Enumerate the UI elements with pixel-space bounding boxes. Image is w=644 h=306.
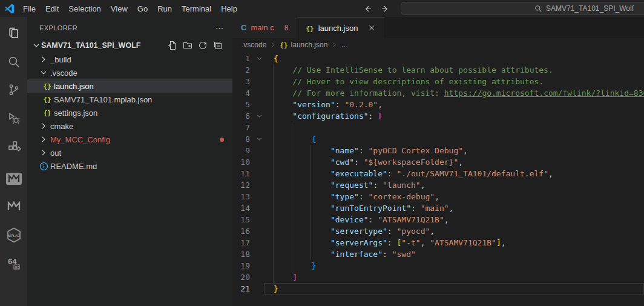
tree-item-SAMV71_TA101.mplab.json[interactable]: {}SAMV71_TA101.mplab.json bbox=[27, 93, 232, 106]
tree-item-launch.json[interactable]: {}launch.json bbox=[27, 79, 232, 93]
activity-mplab-icon[interactable]: MPLAB bbox=[0, 225, 27, 245]
code-line-14[interactable]: 14 "runToEntryPoint": "main", bbox=[232, 202, 644, 214]
activity-bar: MPLAB64GS bbox=[0, 17, 27, 306]
fold-gutter bbox=[250, 214, 274, 225]
code-line-9[interactable]: 9 "name": "pyOCD Cortex Debug", bbox=[232, 145, 644, 156]
chevron-right-icon bbox=[39, 148, 48, 158]
close-icon[interactable] bbox=[367, 24, 376, 32]
workspace-root-row[interactable]: SAMV71_TA101_SPI_WOLF bbox=[27, 39, 232, 52]
code-line-1[interactable]: 1{ bbox=[232, 53, 644, 64]
code-editor[interactable]: 1{2 // Use IntelliSense to learn about p… bbox=[232, 52, 644, 294]
svg-text:MPLAB: MPLAB bbox=[8, 234, 19, 238]
tree-item-out[interactable]: out bbox=[27, 146, 232, 159]
tree-item-label: settings.json bbox=[54, 108, 97, 118]
fold-gutter bbox=[250, 283, 274, 294]
tree-item-settings.json[interactable]: {}settings.json bbox=[27, 106, 232, 119]
tree-item-.vscode[interactable]: .vscode bbox=[27, 66, 232, 79]
code-text: ] bbox=[274, 271, 644, 283]
json-file-icon: {} bbox=[280, 41, 288, 49]
tree-item-_build[interactable]: _build bbox=[27, 53, 232, 66]
menu-terminal[interactable]: Terminal bbox=[177, 0, 216, 17]
code-line-18[interactable]: 18 "interface": "swd" bbox=[232, 248, 644, 260]
code-text: { bbox=[274, 53, 644, 64]
menu-file[interactable]: File bbox=[18, 0, 41, 17]
tab-launch.json[interactable]: {}launch.json bbox=[297, 17, 385, 38]
activity-files-icon[interactable] bbox=[0, 23, 27, 44]
line-number: 14 bbox=[232, 202, 250, 214]
code-line-3[interactable]: 3 // Hover to view descriptions of exist… bbox=[232, 76, 644, 87]
line-number: 6 bbox=[232, 110, 250, 122]
code-line-11[interactable]: 11 "executable": "./out/SAMV71_TA101/def… bbox=[232, 168, 644, 179]
code-line-8[interactable]: 8 { bbox=[232, 133, 644, 145]
breadcrumb-segment[interactable]: … bbox=[341, 41, 348, 49]
fold-chevron-icon[interactable] bbox=[250, 133, 274, 145]
code-text: "configurations": [ bbox=[274, 110, 644, 122]
tab-main.c[interactable]: Cmain.c8 bbox=[232, 17, 297, 38]
tree-item-label: README.md bbox=[50, 162, 97, 171]
tree-item-My_MCC_Config[interactable]: My_MCC_Config bbox=[27, 133, 232, 146]
tree-item-label: cmake bbox=[50, 122, 73, 131]
activity-search-icon[interactable] bbox=[0, 52, 27, 72]
activity-extensions-icon[interactable] bbox=[0, 136, 27, 157]
activity-run-debug-icon[interactable] bbox=[0, 108, 27, 128]
code-line-4[interactable]: 4 // For more information, visit: https:… bbox=[232, 87, 644, 99]
code-line-19[interactable]: 19 } bbox=[232, 260, 644, 271]
activity-microchip-icon[interactable] bbox=[0, 196, 27, 217]
collapse-all-icon[interactable] bbox=[213, 41, 223, 50]
titlebar: FileEditSelectionViewGoRunTerminalHelp S… bbox=[0, 0, 644, 17]
code-line-16[interactable]: 16 "servertype": "pyocd", bbox=[232, 225, 644, 237]
menu-run[interactable]: Run bbox=[153, 0, 177, 17]
menu-help[interactable]: Help bbox=[216, 0, 242, 17]
activity-source-control-icon[interactable] bbox=[0, 79, 27, 100]
code-line-7[interactable]: 7 bbox=[232, 122, 644, 133]
json-file-icon: {} bbox=[306, 24, 314, 33]
menu-go[interactable]: Go bbox=[133, 0, 153, 17]
code-line-12[interactable]: 12 "request": "launch", bbox=[232, 179, 644, 191]
fold-gutter bbox=[250, 191, 274, 202]
code-text: "serverArgs": ["-t", "ATSAMV71Q21B"], bbox=[274, 237, 644, 248]
command-center-search[interactable]: SAMV71_TA101_SPI_Wolf bbox=[401, 2, 644, 15]
code-text bbox=[274, 122, 644, 133]
fold-chevron-icon[interactable] bbox=[250, 53, 274, 64]
fold-gutter bbox=[250, 64, 274, 76]
breadcrumb-segment[interactable]: launch.json bbox=[291, 41, 328, 49]
code-line-17[interactable]: 17 "serverArgs": ["-t", "ATSAMV71Q21B"], bbox=[232, 237, 644, 248]
tree-item-label: SAMV71_TA101.mplab.json bbox=[54, 95, 152, 104]
tree-item-cmake[interactable]: cmake bbox=[27, 119, 232, 133]
code-line-21[interactable]: 21} bbox=[232, 283, 644, 294]
more-actions-icon[interactable]: ⋯ bbox=[215, 24, 224, 33]
code-text: "version": "0.2.0", bbox=[274, 99, 644, 110]
forward-arrow-icon[interactable] bbox=[381, 4, 390, 13]
chevron-down-icon bbox=[31, 41, 41, 50]
indent-guide bbox=[310, 145, 311, 260]
fold-gutter bbox=[250, 179, 274, 191]
json-file-icon: {} bbox=[42, 95, 52, 104]
fold-chevron-icon[interactable] bbox=[250, 110, 274, 122]
menu-view[interactable]: View bbox=[106, 0, 133, 17]
code-line-2[interactable]: 2 // Use IntelliSense to learn about pos… bbox=[232, 64, 644, 76]
code-line-20[interactable]: 20 ] bbox=[232, 271, 644, 283]
menubar: FileEditSelectionViewGoRunTerminalHelp bbox=[18, 0, 242, 17]
code-line-15[interactable]: 15 "device": "ATSAMV71Q21B", bbox=[232, 214, 644, 225]
activity-sam64-icon[interactable]: 64GS bbox=[0, 253, 27, 273]
refresh-icon[interactable] bbox=[198, 41, 208, 50]
activity-microchip-box-icon[interactable] bbox=[0, 168, 27, 189]
fold-gutter bbox=[250, 248, 274, 260]
code-line-6[interactable]: 6 "configurations": [ bbox=[232, 110, 644, 122]
breadcrumb-segment[interactable]: .vscode bbox=[242, 41, 266, 49]
svg-text:GS: GS bbox=[15, 265, 19, 269]
back-arrow-icon[interactable] bbox=[363, 4, 372, 13]
menu-selection[interactable]: Selection bbox=[64, 0, 105, 17]
code-line-10[interactable]: 10 "cwd": "${workspaceFolder}", bbox=[232, 156, 644, 168]
breadcrumb[interactable]: .vscode{}launch.json… bbox=[232, 38, 644, 52]
fold-gutter bbox=[250, 271, 274, 283]
new-file-icon[interactable] bbox=[168, 41, 177, 50]
code-line-5[interactable]: 5 "version": "0.2.0", bbox=[232, 99, 644, 110]
line-number: 20 bbox=[232, 271, 250, 283]
tree-item-label: .vscode bbox=[50, 68, 77, 78]
code-text: "cwd": "${workspaceFolder}", bbox=[274, 156, 644, 168]
tree-item-README.md[interactable]: README.md bbox=[27, 159, 232, 173]
new-folder-icon[interactable] bbox=[183, 41, 192, 50]
code-line-13[interactable]: 13 "type": "cortex-debug", bbox=[232, 191, 644, 202]
menu-edit[interactable]: Edit bbox=[41, 0, 64, 17]
